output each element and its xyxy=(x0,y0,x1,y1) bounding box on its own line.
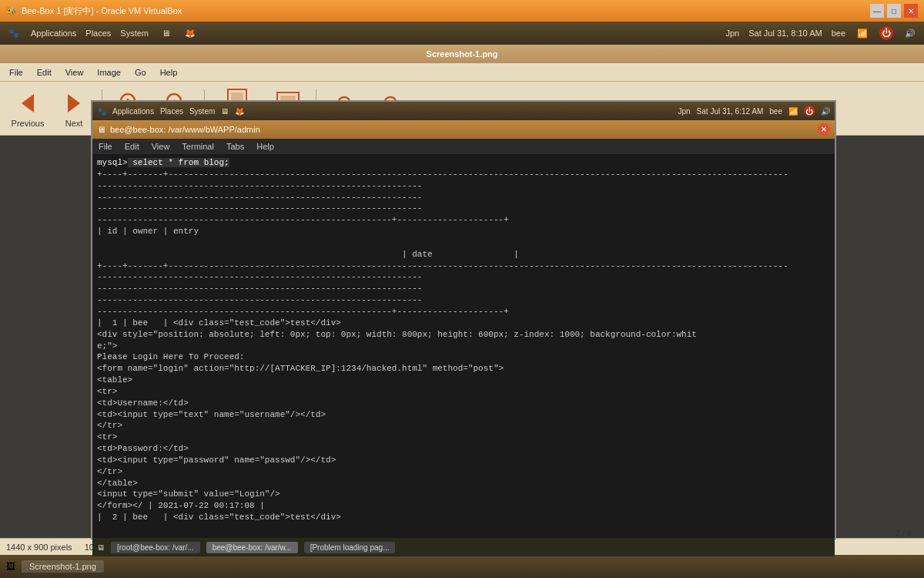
window-controls[interactable]: — □ ✕ xyxy=(870,4,918,18)
image-dimensions: 1440 x 900 pixels xyxy=(6,543,72,552)
taskbar-screenshot-item[interactable]: Screenshot-1.png xyxy=(22,560,104,573)
term-menu-edit[interactable]: Edit xyxy=(122,142,142,151)
next-label: Next xyxy=(65,119,83,128)
outer-title-bar: 🐝 Bee-Box 1 [実行中] - Oracle VM VirtualBox… xyxy=(0,0,924,22)
monitor-icon: 🖥 xyxy=(158,25,173,41)
inner-system-bar: 🐾 Applications Places System 🖥 🦊 Jpn Sat… xyxy=(92,102,835,120)
previous-button[interactable]: Previous xyxy=(6,86,49,132)
terminal-taskbar: 🖥 [root@bee-box: /var/... bee@bee-box: /… xyxy=(92,538,835,556)
term-menu-tabs[interactable]: Tabs xyxy=(223,142,247,151)
power-icon[interactable]: ⏻ xyxy=(879,26,893,40)
previous-label: Previous xyxy=(12,119,45,128)
svg-marker-0 xyxy=(22,94,34,113)
terminal-icon: 🖥 xyxy=(97,125,105,134)
term-tb-icon: 🖥 xyxy=(97,543,105,552)
menu-edit[interactable]: Edit xyxy=(31,66,58,79)
inner-firefox-icon: 🦊 xyxy=(235,107,244,116)
close-button[interactable]: ✕ xyxy=(904,4,918,18)
inner-apps[interactable]: Applications xyxy=(112,107,154,116)
terminal-title-bar: 🖥 bee@bee-box: /var/www/bWAPP/admin ✕ xyxy=(92,120,835,139)
menu-view[interactable]: View xyxy=(59,66,90,79)
inner-ubuntu-icon: 🐾 xyxy=(97,107,106,116)
inner-places[interactable]: Places xyxy=(160,107,183,116)
inner-monitor-icon: 🖥 xyxy=(221,107,229,116)
terminal-menu-bar: File Edit View Terminal Tabs Help xyxy=(92,139,835,154)
term-tb-item-3[interactable]: [Problem loading pag... xyxy=(304,542,396,553)
terminal-title-text: bee@bee-box: /var/www/bWAPP/admin xyxy=(110,125,260,134)
inner-system[interactable]: System xyxy=(189,107,215,116)
inner-locale: Jpn xyxy=(678,107,690,116)
places-menu[interactable]: Places xyxy=(85,29,111,38)
title-bar-left: 🐝 Bee-Box 1 [実行中] - Oracle VM VirtualBox xyxy=(6,5,182,17)
menu-help[interactable]: Help xyxy=(154,66,184,79)
inner-sound: 🔊 xyxy=(821,107,830,116)
inner-power: ⏻ xyxy=(804,106,815,116)
inner-indicator: 📶 xyxy=(788,107,798,116)
inner-user: bee xyxy=(769,107,782,116)
term-menu-terminal[interactable]: Terminal xyxy=(179,142,217,151)
menu-go[interactable]: Go xyxy=(129,66,152,79)
user-display: bee xyxy=(832,29,845,38)
page-indicator: 2 / 6 xyxy=(896,529,912,538)
viewer-title-bar: Screenshot-1.png xyxy=(0,45,924,63)
app-icon: 🐝 xyxy=(6,6,17,16)
minimize-button[interactable]: — xyxy=(870,4,884,18)
next-button[interactable]: Next xyxy=(52,86,95,132)
window-title: Bee-Box 1 [実行中] - Oracle VM VirtualBox xyxy=(22,5,182,17)
inner-datetime: Sat Jul 31, 6:12 AM xyxy=(697,107,764,116)
applications-menu[interactable]: Applications xyxy=(31,29,76,38)
ubuntu-icon: 🐾 xyxy=(6,25,22,41)
term-menu-view[interactable]: View xyxy=(149,142,173,151)
locale-display: Jpn xyxy=(726,29,740,38)
system-menu[interactable]: System xyxy=(120,29,149,38)
menu-image[interactable]: Image xyxy=(91,66,127,79)
terminal-title-left: 🖥 bee@bee-box: /var/www/bWAPP/admin xyxy=(97,125,260,134)
firefox-icon: 🦊 xyxy=(182,25,198,41)
menu-file[interactable]: File xyxy=(3,66,29,79)
term-tb-item-1[interactable]: [root@bee-box: /var/... xyxy=(111,542,200,553)
previous-icon xyxy=(14,89,42,117)
viewer-menu-bar: File Edit View Image Go Help xyxy=(0,63,924,82)
terminal-window: 🐾 Applications Places System 🖥 🦊 Jpn Sat… xyxy=(91,100,836,539)
term-menu-file[interactable]: File xyxy=(95,142,116,151)
maximize-button[interactable]: □ xyxy=(887,4,901,18)
system-taskbar-right: Jpn Sat Jul 31, 8:10 AM bee 📶 ⏻ 🔊 xyxy=(726,25,919,41)
term-tb-item-2[interactable]: bee@bee-box: /var/w... xyxy=(206,542,298,553)
svg-marker-1 xyxy=(68,94,80,113)
viewer-filename: Screenshot-1.png xyxy=(427,49,498,59)
system-taskbar: 🐾 Applications Places System 🖥 🦊 Jpn Sat… xyxy=(0,22,924,45)
volume-icon: 🔊 xyxy=(902,25,918,41)
terminal-content[interactable]: mysql> select * from blog; +----+-------… xyxy=(92,154,835,538)
indicator-icon: 📶 xyxy=(855,25,870,41)
inner-sys-bar-right: Jpn Sat Jul 31, 6:12 AM bee 📶 ⏻ 🔊 xyxy=(678,106,830,116)
taskbar-app-icon: 🖼 xyxy=(6,561,15,572)
term-menu-help[interactable]: Help xyxy=(253,142,277,151)
datetime-display: Sat Jul 31, 8:10 AM xyxy=(748,29,822,38)
terminal-close-button[interactable]: ✕ xyxy=(818,123,830,136)
bottom-taskbar: 🖼 Screenshot-1.png xyxy=(0,555,924,578)
next-icon xyxy=(60,89,88,117)
